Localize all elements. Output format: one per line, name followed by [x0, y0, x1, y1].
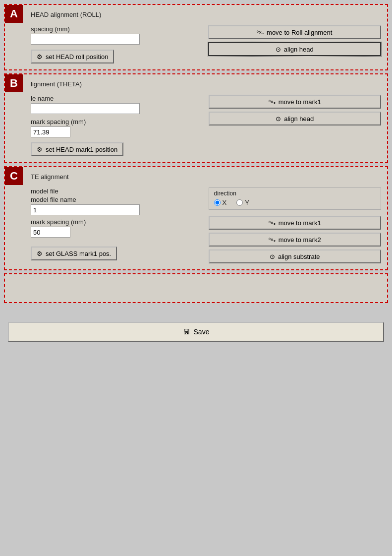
radio-x[interactable] — [214, 199, 221, 206]
model-file-name-label-c: model file name — [31, 196, 204, 203]
move-to-mark2-button-c[interactable]: ⁰×ₒ move to mark2 — [209, 233, 382, 247]
save-button[interactable]: 🖫 Save — [8, 322, 384, 342]
model-file-name-input-c[interactable]: 1 — [31, 204, 140, 215]
set-head-mark1-button[interactable]: ⚙ set HEAD mark1 position — [31, 142, 123, 156]
move-mark1-icon-c: ⁰×ₒ — [269, 220, 276, 226]
section-empty — [4, 273, 388, 303]
move-to-mark1-button-c[interactable]: ⁰×ₒ move to mark1 — [209, 216, 382, 230]
radio-y-label[interactable]: Y — [236, 199, 249, 206]
align-substrate-icon: ⊙ — [270, 253, 275, 260]
move-to-mark1-button-b[interactable]: ⁰×ₒ move to mark1 — [209, 95, 382, 109]
align-head-button-a[interactable]: ⊙ align head — [208, 42, 382, 56]
move-mark2-icon-c: ⁰×ₒ — [269, 237, 276, 243]
align-head-icon-b: ⊙ — [276, 115, 281, 123]
file-name-input-b[interactable] — [31, 103, 140, 114]
align-head-button-b[interactable]: ⊙ align head — [209, 112, 382, 125]
set-glass-mark1-button[interactable]: ⚙ set GLASS mark1 pos. — [31, 247, 117, 260]
section-a: A HEAD alignment (ROLL) spacing (mm) ⚙ s… — [4, 4, 388, 70]
direction-group: direction X Y — [209, 187, 382, 210]
move-mark1-icon-b: ⁰×ₒ — [269, 99, 276, 105]
set-glass-icon: ⚙ — [37, 250, 43, 257]
badge-b: B — [5, 74, 23, 92]
align-head-icon-a: ⊙ — [276, 46, 281, 53]
align-substrate-button[interactable]: ⊙ align substrate — [209, 249, 382, 263]
set-head-roll-button[interactable]: ⚙ set HEAD roll position — [31, 50, 114, 63]
file-name-label-b: le name — [31, 95, 204, 102]
bottom-area: 🖫 Save — [4, 306, 388, 346]
mark-spacing-input-b[interactable]: 71.39 — [31, 126, 70, 137]
mark-spacing-label-c: mark spacing (mm) — [31, 218, 204, 226]
section-b-title: lignment (THETA) — [31, 80, 82, 88]
spacing-input-a[interactable] — [31, 34, 140, 45]
section-a-title: HEAD alignment (ROLL) — [31, 11, 101, 18]
radio-y[interactable] — [236, 199, 243, 206]
spacing-label-a: spacing (mm) — [31, 25, 204, 33]
move-roll-icon: ⁰×ₒ — [257, 30, 264, 35]
set-head-roll-icon: ⚙ — [37, 53, 43, 61]
section-c: C TE alignment model file model file nam… — [4, 166, 388, 270]
badge-a: A — [5, 5, 23, 23]
move-to-roll-alignment-button[interactable]: ⁰×ₒ move to Roll alignment — [208, 25, 382, 39]
set-mark1-icon: ⚙ — [37, 146, 43, 153]
radio-x-label[interactable]: X — [214, 199, 227, 206]
save-icon: 🖫 — [183, 328, 190, 336]
section-c-title: TE alignment — [31, 173, 69, 181]
mark-spacing-input-c[interactable]: 50 — [31, 227, 70, 238]
model-file-label-c: model file — [31, 187, 204, 195]
section-b: B lignment (THETA) le name mark spacing … — [4, 73, 388, 163]
mark-spacing-label-b: mark spacing (mm) — [31, 118, 204, 125]
direction-label: direction — [214, 190, 376, 197]
badge-c: C — [5, 167, 23, 185]
